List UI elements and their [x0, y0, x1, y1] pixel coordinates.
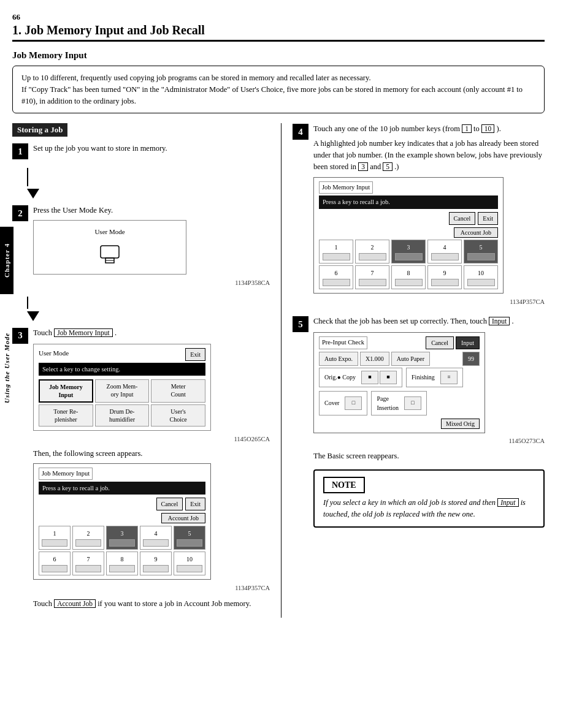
num-cell-9[interactable]: 9 [140, 552, 172, 575]
step-3-caption2: 1134P357CA [33, 583, 270, 593]
pi-row1: Auto Expo. X1.000 Auto Paper 99 [319, 352, 480, 366]
num-cell-7[interactable]: 7 [72, 552, 104, 575]
step-3-caption1: 1145O265CA [33, 434, 270, 444]
jmi-screen-title: Job Memory Input [39, 468, 93, 480]
jmi-num-grid-left: 1 2 3 4 5 6 7 8 9 10 [39, 526, 205, 575]
num-cell-r2[interactable]: 2 [355, 240, 389, 264]
step-5-caption: 1145O273CA [313, 436, 545, 446]
step-3-content: Touch Job Memory Input . User Mode Exit … [33, 327, 270, 610]
num-cell-10[interactable]: 10 [174, 552, 205, 575]
step-4-block: 4 Touch any one of the 10 job number key… [293, 123, 545, 307]
input-btn[interactable]: Input [489, 317, 510, 325]
step-2-block: 2 Press the User Mode Key. User Mode 113… [12, 205, 270, 288]
jmi-cancel-btn[interactable]: Cancel [156, 498, 183, 510]
page-number: 66 [12, 12, 545, 22]
um-select-bar: Select a key to change setting. [39, 363, 205, 376]
pi-cover: Cover □ [319, 391, 367, 415]
section-title: Job Memory Input [12, 50, 545, 61]
jmi-account-job-btn[interactable]: Account Job [161, 513, 205, 523]
jmi-cancel-btn-r[interactable]: Cancel [449, 212, 476, 225]
job-memory-input-screen-left: Job Memory Input Press a key to recall a… [33, 463, 211, 580]
pi-cover-icon: □ [345, 396, 362, 410]
num-cell-r9[interactable]: 9 [427, 265, 462, 289]
pi-mixed-orig-btn[interactable]: Mixed Orig [441, 419, 480, 429]
um-drum-dehumidifier[interactable]: Drum De-humidifier [95, 404, 150, 427]
step-4-caption: 1134P357CA [313, 297, 545, 307]
pi-mixed-orig-row: Mixed Orig [319, 419, 480, 429]
num-cell-r6[interactable]: 6 [319, 265, 353, 289]
pi-copy-icon: ■ [380, 371, 397, 384]
step-1-block: 1 Set up the job you want to store in me… [12, 143, 270, 159]
num-cell-r5[interactable]: 5 [464, 240, 498, 264]
pi-orig-copy: Orig.● Copy ■ ■ [319, 368, 402, 387]
jmi-account-job-btn-r[interactable]: Account Job [454, 227, 498, 238]
pi-page-insertion: Page Insertion □ [371, 391, 427, 415]
num-cell-r7[interactable]: 7 [355, 265, 389, 289]
right-column: 4 Touch any one of the 10 job number key… [293, 123, 545, 618]
job-memory-input-screen-right: Job Memory Input Press a key to recall a… [313, 177, 504, 294]
pi-x1000[interactable]: X1.000 [360, 352, 389, 366]
pi-finishing: Finishing ≡ [406, 368, 463, 387]
step-2-caption: 1134P358CA [33, 278, 270, 288]
step-5-block: 5 Check that the job has been set up cor… [293, 316, 545, 528]
um-meter-count[interactable]: MeterCount [151, 379, 205, 403]
step-1-number: 1 [12, 143, 28, 159]
um-job-memory-input[interactable]: Job MemoryInput [39, 379, 93, 403]
step-3-block: 3 Touch Job Memory Input . User Mode Exi… [12, 327, 270, 610]
um-zoom-memory[interactable]: Zoom Mem-ory Input [95, 379, 150, 403]
step-2-content: Press the User Mode Key. User Mode 1134P… [33, 205, 270, 288]
note-text: If you select a key in which an old job … [323, 497, 535, 520]
user-mode-key-screen: User Mode [33, 220, 186, 275]
key-10[interactable]: 10 [481, 124, 495, 133]
note-box: NOTE If you select a key in which an old… [313, 469, 545, 528]
note-title: NOTE [323, 477, 365, 493]
num-cell-r10[interactable]: 10 [464, 265, 498, 289]
chapter-sidebar: Chapter 4 [0, 227, 13, 294]
pi-auto-expo[interactable]: Auto Expo. [319, 352, 358, 366]
user-mode-key-icon [94, 241, 125, 265]
step-4-content: Touch any one of the 10 job number keys … [313, 123, 545, 307]
num-cell-8[interactable]: 8 [106, 552, 138, 575]
svg-rect-0 [101, 246, 119, 258]
num-cell-3[interactable]: 3 [106, 526, 138, 550]
um-exit-btn[interactable]: Exit [185, 348, 205, 361]
num-cell-r1[interactable]: 1 [319, 240, 353, 264]
jmi-black-bar-r: Press a key to recall a job. [319, 195, 498, 209]
pi-orig-icon: ■ [361, 371, 378, 384]
num-cell-4[interactable]: 4 [140, 526, 172, 550]
num-cell-6[interactable]: 6 [39, 552, 71, 575]
step-2-number: 2 [12, 205, 28, 221]
jmi-btn-row-r: Cancel Exit [319, 212, 498, 225]
pi-auto-paper[interactable]: Auto Paper [391, 352, 430, 366]
pi-num99: 99 [462, 352, 480, 366]
jmi-num-grid-right: 1 2 3 4 5 6 7 8 9 10 [319, 240, 498, 289]
key-3: 3 [358, 162, 368, 171]
pre-input-check-screen: Pre-Input Check Cancel Input Auto Expo. … [313, 332, 485, 433]
jmi-btn-row: Cancel Exit [39, 498, 205, 510]
pi-page-insertion-icon: □ [404, 396, 421, 410]
using-sidebar: Using the User Mode [0, 306, 13, 429]
num-cell-r4[interactable]: 4 [427, 240, 462, 264]
account-job-btn-inline[interactable]: Account Job [54, 599, 96, 608]
note-input-btn[interactable]: Input [497, 498, 518, 507]
key-1[interactable]: 1 [462, 124, 472, 133]
num-cell-r8[interactable]: 8 [391, 265, 426, 289]
num-cell-r3[interactable]: 3 [391, 240, 426, 264]
jmi-exit-btn-r[interactable]: Exit [478, 212, 498, 225]
info-box: Up to 10 different, frequently used copy… [12, 66, 545, 113]
pi-cancel-btn[interactable]: Cancel [426, 336, 454, 349]
job-memory-input-btn[interactable]: Job Memory Input [54, 328, 113, 337]
um-toner-replenisher[interactable]: Toner Re-plenisher [39, 404, 93, 427]
num-cell-2[interactable]: 2 [72, 526, 104, 550]
um-key-label: User Mode [46, 227, 174, 237]
step-5-then: The Basic screen reappears. [313, 450, 545, 462]
um-users-choice[interactable]: User'sChoice [151, 404, 205, 427]
jmi-exit-btn[interactable]: Exit [185, 498, 205, 510]
pi-input-btn[interactable]: Input [456, 336, 480, 349]
left-column: Storing a Job 1 Set up the job you want … [12, 123, 270, 618]
um-title-row: User Mode Exit [39, 348, 205, 361]
step-5-number: 5 [293, 316, 308, 332]
step-3-then: Then, the following screen appears. [33, 448, 270, 460]
num-cell-1[interactable]: 1 [39, 526, 71, 550]
num-cell-5[interactable]: 5 [174, 526, 205, 550]
